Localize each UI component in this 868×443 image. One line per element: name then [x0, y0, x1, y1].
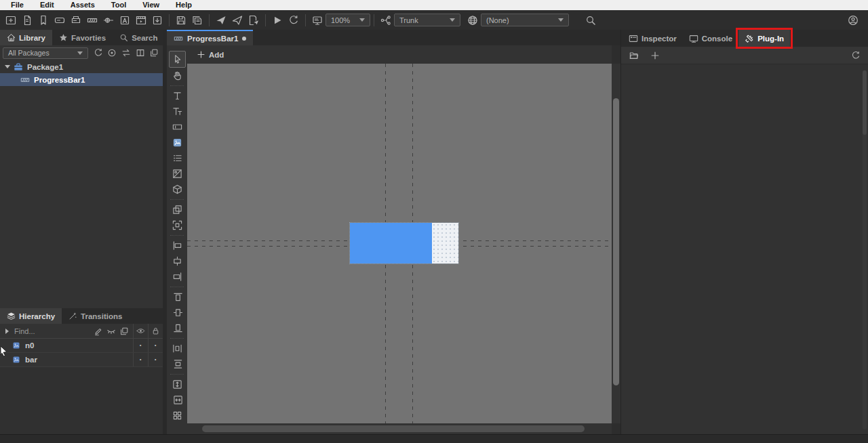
tab-favorites[interactable]: Favorties [52, 30, 113, 45]
scrollbar-thumb[interactable] [613, 98, 619, 385]
right-panel-scrollbar[interactable] [863, 70, 867, 429]
new-progressbar-button[interactable] [84, 12, 100, 28]
graph-icon [172, 169, 182, 179]
open-plugin-folder-button[interactable] [627, 49, 640, 62]
new-slider-button[interactable] [100, 12, 117, 28]
library-sync-button[interactable] [120, 47, 132, 59]
fit-height-button[interactable] [170, 377, 185, 392]
hierarchy-row-bar[interactable]: bar · · [0, 353, 163, 367]
save-all-button[interactable] [189, 12, 205, 28]
input-tool[interactable] [170, 119, 185, 135]
progressbar-component[interactable] [350, 223, 458, 263]
select-tool[interactable] [169, 51, 186, 68]
hierarchy-row-n0[interactable]: n0 · · [0, 339, 163, 353]
library-duplicate-button[interactable] [148, 47, 160, 59]
lock-toggle[interactable]: · [148, 353, 163, 366]
text-tool[interactable] [170, 88, 185, 104]
publish-all-button[interactable] [229, 12, 245, 28]
lock-toggle[interactable]: · [148, 339, 163, 352]
new-label-button[interactable] [117, 12, 133, 28]
refresh-button[interactable] [285, 12, 302, 28]
menu-help[interactable]: Help [167, 0, 200, 10]
library-locate-button[interactable] [106, 47, 119, 59]
duplicate-button[interactable] [117, 325, 130, 337]
distribute-horizontal-button[interactable] [170, 341, 185, 356]
visibility-toggle[interactable]: · [133, 353, 148, 366]
image-tool[interactable] [170, 135, 185, 150]
align-right-button[interactable] [170, 269, 185, 284]
tree-item-package1[interactable]: Package1 [0, 60, 163, 73]
movieclip-icon [136, 15, 146, 26]
hand-tool[interactable] [170, 68, 185, 83]
progressbar-icon [20, 75, 30, 85]
tab-console[interactable]: Console [683, 30, 738, 47]
hide-all-button[interactable] [104, 325, 117, 337]
distribute-vertical-button[interactable] [170, 356, 185, 372]
import-button[interactable] [149, 12, 165, 28]
menu-tool[interactable]: Tool [103, 0, 134, 10]
align-middle-button[interactable] [170, 305, 185, 320]
edit-name-button[interactable] [92, 325, 104, 337]
add-plugin-button[interactable] [648, 49, 661, 62]
tab-library[interactable]: Library [0, 30, 52, 45]
scrollbar-thumb[interactable] [202, 425, 585, 432]
list-tool[interactable] [170, 150, 185, 166]
account-button[interactable] [845, 12, 861, 28]
language-dropdown[interactable]: (None) [481, 14, 569, 26]
test-play-button[interactable] [269, 12, 285, 28]
rich-text-tool[interactable] [170, 104, 185, 119]
group-tool[interactable] [170, 217, 185, 233]
tab-inspector[interactable]: Inspector [623, 30, 683, 47]
grid-layout-button[interactable] [170, 408, 185, 423]
fit-width-button[interactable] [170, 392, 185, 408]
visibility-column-header[interactable] [133, 324, 148, 338]
library-refresh-button[interactable] [92, 47, 104, 59]
model-tool[interactable] [170, 182, 185, 197]
zoom-dropdown[interactable]: 100% [326, 14, 370, 26]
canvas-vertical-scrollbar[interactable] [612, 64, 620, 423]
align-top-button[interactable] [170, 289, 185, 305]
menu-file[interactable]: File [3, 0, 32, 10]
new-combobox-button[interactable] [68, 12, 84, 28]
library-splitview-button[interactable] [134, 47, 146, 59]
publish-settings-button[interactable] [245, 12, 262, 28]
lock-column-header[interactable] [148, 324, 163, 338]
tab-hierarchy[interactable]: Hierarchy [0, 308, 62, 324]
tab-search[interactable]: Search [113, 30, 164, 45]
reload-plugins-button[interactable] [849, 49, 862, 62]
language-button[interactable] [465, 12, 481, 28]
bookmark-button[interactable] [35, 12, 52, 28]
new-component-button[interactable] [19, 12, 35, 28]
tree-item-progressbar1[interactable]: ProgressBar1 [0, 73, 163, 86]
preview-button[interactable] [309, 12, 326, 28]
graph-tool[interactable] [170, 166, 185, 182]
menu-view[interactable]: View [134, 0, 167, 10]
branch-dropdown[interactable]: Trunk [394, 14, 460, 26]
package-filter-dropdown[interactable]: All Packages [3, 47, 88, 59]
eye-closed-icon [106, 326, 116, 336]
new-button-button[interactable] [52, 12, 68, 28]
new-movieclip-button[interactable] [133, 12, 149, 28]
publish-button[interactable] [213, 12, 229, 28]
save-button[interactable] [173, 12, 189, 28]
search-button[interactable] [583, 12, 599, 28]
branch-button[interactable] [378, 12, 394, 28]
add-button[interactable]: Add [209, 51, 224, 59]
canvas-horizontal-scrollbar[interactable] [187, 423, 612, 434]
design-canvas[interactable] [187, 64, 612, 423]
align-bottom-button[interactable] [170, 320, 185, 336]
tab-transitions[interactable]: Transitions [62, 308, 129, 324]
expand-caret-icon[interactable] [5, 65, 10, 68]
new-package-button[interactable] [3, 12, 19, 28]
find-input[interactable]: Find... [14, 327, 35, 335]
menu-edit[interactable]: Edit [32, 0, 62, 10]
tab-plugin[interactable]: Plug-In [738, 30, 790, 47]
visibility-toggle[interactable]: · [133, 339, 148, 352]
editor-tab-progressbar1[interactable]: ProgressBar1 [167, 30, 253, 45]
component-tool[interactable] [170, 202, 185, 217]
menu-assets[interactable]: Assets [62, 0, 103, 10]
scrollbar-thumb[interactable] [863, 70, 867, 135]
expand-caret-icon[interactable] [5, 329, 9, 334]
align-left-button[interactable] [170, 238, 185, 253]
align-center-button[interactable] [170, 253, 185, 269]
